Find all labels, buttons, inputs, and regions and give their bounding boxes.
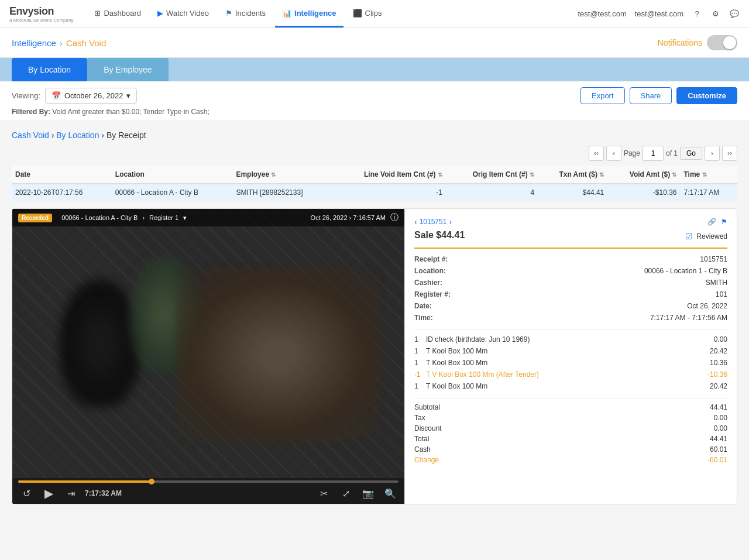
- pagination-last[interactable]: ››: [722, 146, 737, 161]
- field-value-time: 7:17:17 AM - 7:17:56 AM: [650, 314, 727, 322]
- toggle-knob: [723, 36, 736, 49]
- col-void-amt[interactable]: Void Amt ($) ⇅: [607, 166, 680, 184]
- nav-incidents-label: Incidents: [235, 9, 266, 18]
- nav-dashboard[interactable]: ⊞ Dashboard: [87, 1, 148, 28]
- controls-left: ↺ ▶ ⇥ 7:17:32 AM: [18, 485, 122, 501]
- col-location[interactable]: Location: [112, 166, 233, 184]
- flag-icon: ⚑: [225, 9, 232, 18]
- breadcrumb: Intelligence › Cash Void: [12, 38, 106, 48]
- chat-icon[interactable]: 💬: [729, 9, 740, 19]
- field-value-register: 101: [716, 290, 727, 298]
- play-button[interactable]: ▶: [40, 485, 57, 501]
- total-value-subtotal: 44.41: [710, 403, 727, 411]
- total-value-discount: 0.00: [714, 424, 727, 432]
- total-value-cash: 60.01: [710, 445, 727, 454]
- nav-intelligence-label: Intelligence: [294, 9, 336, 18]
- logo-text: Envysion: [9, 5, 73, 18]
- pagination-next[interactable]: ›: [705, 146, 720, 161]
- col-employee[interactable]: Employee ⇅: [232, 166, 331, 184]
- breadcrumb-parent[interactable]: Intelligence: [12, 38, 56, 48]
- settings-icon[interactable]: ⚙: [710, 9, 721, 19]
- camera-icon[interactable]: 📷: [360, 485, 376, 501]
- page-header: Intelligence › Cash Void Notifications O…: [0, 28, 749, 58]
- progress-bar[interactable]: [18, 480, 398, 483]
- date-picker[interactable]: 📅 October 26, 2022 ▾: [45, 88, 137, 104]
- receipt-field-cashier: Cashier: SMITH: [414, 277, 727, 288]
- share-button[interactable]: Share: [630, 87, 672, 104]
- video-sep: ›: [142, 214, 145, 221]
- item-name-1: T Kool Box 100 Mm: [426, 347, 698, 355]
- total-row-subtotal: Subtotal 44.41: [414, 402, 727, 413]
- detail-panel: Recorded 00066 - Location A - City B › R…: [12, 208, 737, 504]
- item-qty-1: 1: [414, 347, 426, 355]
- reviewed-label: Reviewed: [696, 232, 727, 241]
- receipt-items: 1 ID check (birthdate: Jun 10 1969) 0.00…: [414, 329, 727, 392]
- video-overlay-top: Recorded 00066 - Location A - City B › R…: [12, 209, 404, 226]
- export-button[interactable]: Export: [580, 87, 625, 104]
- cell-txn-amt: $44.41: [538, 184, 607, 201]
- item-qty-3: -1: [414, 370, 426, 379]
- rewind-button[interactable]: ↺: [18, 485, 35, 501]
- prev-receipt-button[interactable]: ‹: [414, 217, 417, 226]
- table-row[interactable]: 2022-10-26T07:17:56 00066 - Location A -…: [12, 184, 737, 201]
- zoom-icon[interactable]: 🔍: [382, 485, 398, 501]
- customize-button[interactable]: Customize: [676, 87, 737, 104]
- col-date[interactable]: Date: [12, 166, 112, 184]
- time-display: 7:17:32 AM: [85, 489, 122, 497]
- next-receipt-button[interactable]: ›: [449, 217, 452, 226]
- expand-icon[interactable]: ⤢: [338, 485, 354, 501]
- nav-incidents[interactable]: ⚑ Incidents: [218, 1, 273, 28]
- report-bc-by-location[interactable]: By Location: [56, 130, 99, 140]
- total-label-discount: Discount: [414, 424, 442, 432]
- col-time[interactable]: Time ⇅: [680, 166, 737, 184]
- reviewed-checkbox[interactable]: ☑: [685, 232, 693, 241]
- pagination-first[interactable]: ‹‹: [589, 146, 604, 161]
- col-line-void[interactable]: Line Void Item Cnt (#) ⇅: [331, 166, 445, 184]
- scissors-icon[interactable]: ✂: [315, 485, 332, 501]
- receipt-nav: ‹ 1015751 › 🔗 ⚑: [414, 217, 727, 226]
- total-label-total: Total: [414, 435, 429, 443]
- sort-icon-orig: ⇅: [530, 171, 534, 178]
- total-row-cash: Cash 60.01: [414, 444, 727, 455]
- col-txn-amt[interactable]: Txn Amt ($) ⇅: [538, 166, 607, 184]
- notifications-toggle[interactable]: OFF: [707, 35, 737, 50]
- of-label: of 1: [666, 149, 678, 157]
- nav-watch-video[interactable]: ▶ Watch Video: [150, 1, 216, 28]
- tab-by-employee[interactable]: By Employee: [87, 58, 168, 81]
- play-icon: ▶: [157, 9, 163, 18]
- report-bc-sep1: ›: [51, 130, 57, 140]
- total-value-total: 44.41: [710, 435, 727, 443]
- progress-fill: [18, 480, 152, 483]
- logo-subtext: a Motorola Solutions Company: [9, 18, 73, 23]
- pagination-prev[interactable]: ‹: [606, 146, 621, 161]
- page-label: Page: [624, 149, 640, 157]
- total-label-tax: Tax: [414, 414, 425, 422]
- viewing-label: Viewing:: [12, 91, 40, 100]
- info-icon[interactable]: ⓘ: [390, 212, 398, 223]
- dropdown-icon[interactable]: ▾: [183, 214, 187, 222]
- receipt-nav-left: ‹ 1015751 ›: [414, 217, 452, 226]
- nav-clips[interactable]: ⬛ Clips: [346, 1, 389, 28]
- main-content: Cash Void › By Location › By Receipt ‹‹ …: [0, 121, 749, 514]
- bookmark-icon[interactable]: ⚑: [721, 218, 727, 226]
- tab-by-location[interactable]: By Location: [12, 58, 87, 81]
- link-icon[interactable]: 🔗: [707, 218, 716, 226]
- breadcrumb-separator: ›: [60, 38, 63, 48]
- film-icon: ⬛: [353, 9, 362, 18]
- cell-location: 00066 - Location A - City B: [112, 184, 233, 201]
- help-icon[interactable]: ?: [692, 9, 702, 19]
- total-row-total: Total 44.41: [414, 434, 727, 444]
- receipt-fields: Receipt #: 1015751 Location: 00066 - Loc…: [414, 253, 727, 324]
- receipt-id: 1015751: [420, 218, 447, 226]
- pagination-go[interactable]: Go: [680, 147, 702, 160]
- col-orig-item[interactable]: Orig Item Cnt (#) ⇅: [446, 166, 538, 184]
- item-price-1: 20.42: [698, 347, 727, 355]
- page-input[interactable]: [643, 146, 664, 161]
- figure-person1: [59, 279, 141, 408]
- nav-intelligence[interactable]: 📊 Intelligence: [275, 1, 343, 28]
- view-bar: Viewing: 📅 October 26, 2022 ▾ Export Sha…: [0, 81, 749, 121]
- fast-forward-button[interactable]: ⇥: [63, 485, 79, 501]
- progress-knob[interactable]: [149, 479, 154, 485]
- view-row: Viewing: 📅 October 26, 2022 ▾ Export Sha…: [12, 87, 737, 104]
- report-bc-cash-void[interactable]: Cash Void: [12, 130, 49, 140]
